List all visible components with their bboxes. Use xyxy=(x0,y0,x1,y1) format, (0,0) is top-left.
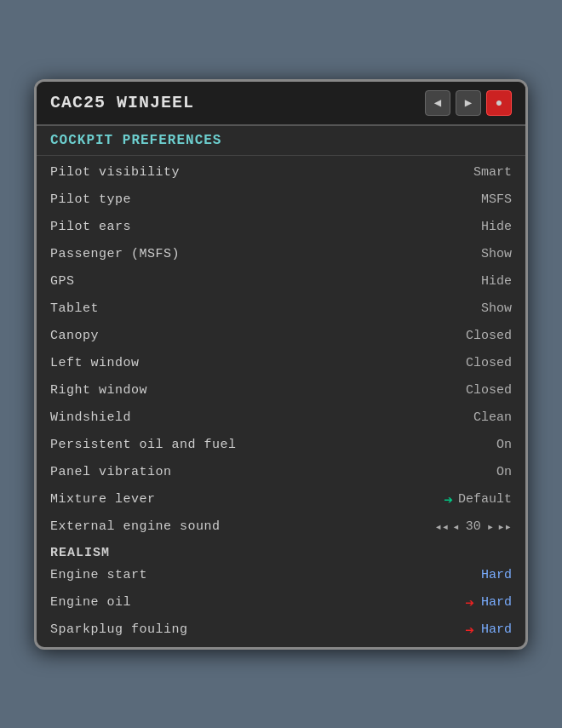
pref-row-sparkplug[interactable]: Sparkplug fouling ➔ Hard xyxy=(37,616,525,644)
pref-value-persistent-oil: On xyxy=(496,438,512,452)
pref-label-left-window: Left window xyxy=(50,356,140,370)
pref-value-engine-oil: ➔ Hard xyxy=(462,593,512,612)
pref-row-left-window[interactable]: Left window Closed xyxy=(37,350,525,377)
pref-value-sparkplug: ➔ Hard xyxy=(462,621,512,639)
back-button[interactable]: ◀ xyxy=(425,90,450,116)
pref-label-panel-vibration: Panel vibration xyxy=(50,465,172,479)
section-header: COCKPIT PREFERENCES xyxy=(37,126,525,156)
pref-row-canopy[interactable]: Canopy Closed xyxy=(37,323,525,350)
step-back[interactable]: ◂ xyxy=(452,519,459,534)
pref-value-engine-start: Hard xyxy=(481,568,512,582)
pref-row-gps[interactable]: GPS Hide xyxy=(37,268,525,295)
pref-value-pilot-visibility: Smart xyxy=(473,165,512,180)
pref-label-right-window: Right window xyxy=(50,383,147,398)
mixture-arrow-icon: ➔ xyxy=(444,490,453,509)
pref-value-right-window: Closed xyxy=(466,383,512,398)
step-forward-fast[interactable]: ▸▸ xyxy=(497,519,512,534)
pref-row-passenger[interactable]: Passenger (MSFS) Show xyxy=(37,241,525,268)
pref-row-pilot-type[interactable]: Pilot type MSFS xyxy=(37,186,525,214)
pref-value-left-window: Closed xyxy=(466,356,512,370)
step-back-fast[interactable]: ◂◂ xyxy=(434,519,449,534)
pref-value-gps: Hide xyxy=(481,274,512,289)
pref-label-engine-sound: External engine sound xyxy=(50,519,221,534)
pref-label-tablet: Tablet xyxy=(50,301,99,316)
pref-value-canopy: Closed xyxy=(466,329,512,343)
pref-value-mixture: Default xyxy=(458,492,512,507)
pref-label-pilot-type: Pilot type xyxy=(50,192,131,207)
pref-row-tablet[interactable]: Tablet Show xyxy=(37,295,525,323)
pref-row-windshield[interactable]: Windshield Clean xyxy=(37,404,525,432)
pref-row-engine-oil[interactable]: Engine oil ➔ Hard xyxy=(37,589,525,616)
pref-label-engine-start: Engine start xyxy=(50,568,147,582)
pref-row-panel-vibration[interactable]: Panel vibration On xyxy=(37,459,525,486)
engine-oil-arrow-icon: ➔ xyxy=(465,593,474,612)
forward-button[interactable]: ▶ xyxy=(456,90,481,116)
pref-label-pilot-visibility: Pilot visibility xyxy=(50,165,180,180)
pref-row-engine-sound[interactable]: External engine sound ◂◂ ◂ 30 ▸ ▸▸ xyxy=(37,513,525,541)
sparkplug-arrow-icon: ➔ xyxy=(465,621,474,639)
pref-label-sparkplug: Sparkplug fouling xyxy=(50,622,188,637)
pref-value-panel-vibration: On xyxy=(496,465,512,479)
pref-row-persistent-oil[interactable]: Persistent oil and fuel On xyxy=(37,432,525,459)
record-button[interactable]: ● xyxy=(486,90,512,116)
panel-title: CAC25 WINJEEL xyxy=(50,93,194,112)
pref-value-pilot-type: MSFS xyxy=(481,192,512,207)
pref-label-pilot-ears: Pilot ears xyxy=(50,220,131,234)
pref-value-windshield: Clean xyxy=(473,410,512,425)
pref-row-engine-start[interactable]: Engine start Hard xyxy=(37,562,525,589)
pref-label-engine-oil: Engine oil xyxy=(50,595,131,610)
step-forward[interactable]: ▸ xyxy=(487,519,494,534)
pref-row-pilot-visibility[interactable]: Pilot visibility Smart xyxy=(37,159,525,186)
pref-label-gps: GPS xyxy=(50,274,75,289)
pref-row-mixture[interactable]: Mixture lever ➔ Default xyxy=(37,486,525,513)
title-controls: ◀ ▶ ● xyxy=(425,90,512,116)
realism-header: REALISM xyxy=(37,541,525,562)
pref-row-right-window[interactable]: Right window Closed xyxy=(37,377,525,404)
engine-sound-stepper: ◂◂ ◂ 30 ▸ ▸▸ xyxy=(434,519,512,534)
pref-label-windshield: Windshield xyxy=(50,410,131,425)
pref-value-tablet: Show xyxy=(481,301,512,316)
pref-label-mixture: Mixture lever xyxy=(50,492,156,507)
pref-label-canopy: Canopy xyxy=(50,329,99,343)
engine-sound-value: 30 xyxy=(463,519,484,534)
pref-label-persistent-oil: Persistent oil and fuel xyxy=(50,438,237,452)
pref-label-passenger: Passenger (MSFS) xyxy=(50,247,180,261)
pref-value-passenger: Show xyxy=(481,247,512,261)
main-panel: CAC25 WINJEEL ◀ ▶ ● COCKPIT PREFERENCES … xyxy=(34,79,528,650)
pref-row-pilot-ears[interactable]: Pilot ears Hide xyxy=(37,214,525,241)
pref-value-pilot-ears: Hide xyxy=(481,220,512,234)
title-bar: CAC25 WINJEEL ◀ ▶ ● xyxy=(37,82,525,126)
preferences-list: Pilot visibility Smart Pilot type MSFS P… xyxy=(37,156,525,647)
